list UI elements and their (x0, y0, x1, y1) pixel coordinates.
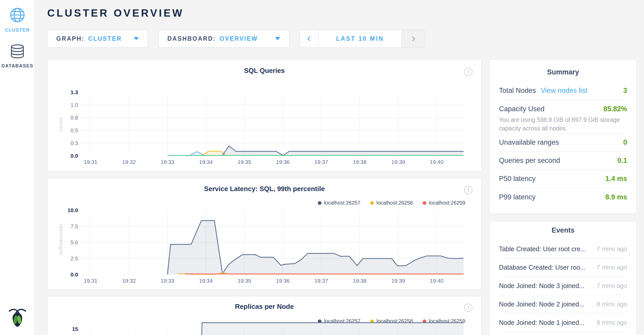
events-title: Events (490, 226, 636, 234)
legend-item[interactable]: localhost:26258 (370, 200, 413, 206)
chevron-down-icon (134, 37, 139, 40)
event-row[interactable]: Node Joined: Node 3 joined... 7 mins ago (499, 277, 627, 295)
summary-title: Summary (490, 68, 636, 76)
info-icon[interactable]: ! (464, 186, 472, 194)
summary-label: P50 latency (499, 175, 536, 183)
summary-value: 0.1 (617, 157, 627, 165)
y-axis-unit: count (58, 113, 64, 136)
legend-dot-icon (370, 201, 374, 205)
event-row[interactable]: Node Joined: Node 1 joined... 8 mins ago (499, 313, 627, 332)
legend-dot-icon (318, 201, 321, 205)
time-range-next-button[interactable] (401, 30, 425, 47)
sidebar: CLUSTER DATABASES (0, 0, 35, 335)
chevron-right-icon (410, 36, 415, 41)
x-tick: 19:38 (348, 278, 371, 284)
event-text: Node Joined: Node 1 joined... (499, 319, 584, 326)
x-tick: 19:39 (387, 159, 410, 165)
y-tick: 0.3 (58, 140, 78, 146)
y-tick: 15 (58, 326, 78, 332)
time-range-prev-button[interactable] (300, 30, 319, 47)
x-tick: 19:34 (194, 159, 218, 165)
summary-row-p99-latency: P99 latency 8.9 ms (499, 188, 627, 206)
sql-queries-chart-card: SQL Queries ! 1.3 1.0 0.8 0.5 0.3 0.0 co… (47, 60, 482, 172)
x-tick: 19:31 (79, 159, 102, 165)
chart-title: SQL Queries (47, 67, 481, 75)
page-title: CLUSTER OVERVIEW (47, 7, 184, 19)
sql-queries-plot[interactable] (81, 92, 465, 156)
event-row[interactable]: Node Joined: Node 2 joined... 8 mins ago (499, 295, 627, 313)
dashboard-dropdown[interactable]: DASHBOARD: OVERVIEW (158, 30, 289, 47)
x-tick: 19:40 (425, 159, 448, 165)
y-tick: 1.0 (58, 102, 78, 108)
summary-value: 1.4 ms (605, 175, 627, 183)
chevron-down-icon (275, 37, 280, 40)
replicas-per-node-chart-card: Replicas per Node ! localhost:26257 loca… (47, 296, 482, 335)
x-tick: 19:36 (271, 159, 294, 165)
summary-label: Queries per second (499, 157, 560, 165)
legend-label: localhost:26258 (376, 200, 413, 206)
info-icon[interactable]: ! (464, 304, 472, 312)
event-text: Node Joined: Node 3 joined... (499, 282, 584, 290)
time-range-selector: LAST 10 MIN (300, 30, 425, 47)
chart-title: Replicas per Node (47, 303, 481, 311)
sidebar-item-label: CLUSTER (0, 27, 35, 33)
cluster-overview-page: CLUSTER DATABASES (0, 0, 644, 335)
event-text: Table Created: User root cre... (499, 245, 586, 253)
chevron-left-icon (307, 36, 312, 41)
event-time: 8 mins ago (592, 301, 627, 308)
x-tick: 19:37 (310, 159, 333, 165)
view-nodes-list-link[interactable]: View nodes list (541, 87, 587, 95)
y-tick: 0.0 (58, 153, 78, 159)
legend-label: localhost:26259 (429, 200, 465, 206)
chart-title: Service Latency: SQL, 99th percentile (47, 185, 481, 193)
events-rows: Table Created: User root cre... 7 mins a… (499, 240, 627, 332)
capacity-description: You are using 598.9 GiB of 697.9 GiB sto… (499, 116, 627, 133)
x-tick: 19:37 (310, 278, 333, 284)
x-tick: 19:34 (194, 278, 218, 284)
x-tick: 19:33 (156, 278, 179, 284)
x-tick: 19:32 (117, 159, 141, 165)
x-tick: 19:35 (233, 278, 256, 284)
legend-item[interactable]: localhost:26257 (318, 200, 360, 206)
summary-value: 85.82% (603, 105, 627, 113)
sidebar-item-label: DATABASES (0, 63, 35, 69)
time-range-label[interactable]: LAST 10 MIN (319, 30, 401, 47)
graph-dropdown[interactable]: GRAPH: CLUSTER (47, 30, 148, 47)
summary-label: Total Nodes (499, 87, 536, 95)
sidebar-item-databases[interactable]: DATABASES (0, 44, 35, 69)
summary-value: 0 (623, 138, 627, 146)
x-tick: 19:36 (271, 278, 294, 284)
y-tick: 1.3 (58, 89, 78, 95)
x-tick: 19:38 (348, 159, 371, 165)
summary-row-unavailable-ranges: Unavailable ranges 0 (499, 134, 627, 152)
dashboard-dropdown-label: DASHBOARD: (167, 35, 216, 42)
event-time: 7 mins ago (592, 245, 627, 253)
event-time: 8 mins ago (592, 319, 627, 326)
sidebar-item-cluster[interactable]: CLUSTER (0, 7, 35, 33)
y-axis-unit: milliseconds (58, 232, 64, 255)
legend-dot-icon (423, 201, 426, 205)
service-latency-chart-card: Service Latency: SQL, 99th percentile ! … (47, 178, 482, 290)
service-latency-plot[interactable] (81, 210, 465, 275)
x-tick: 19:31 (79, 278, 102, 284)
y-tick: 2.5 (58, 255, 78, 262)
legend-label: localhost:26257 (324, 200, 360, 206)
x-tick: 19:40 (425, 278, 448, 284)
event-row[interactable]: Table Created: User root cre... 7 mins a… (499, 240, 627, 258)
y-tick: 10.0 (58, 207, 78, 213)
event-text: Database Created: User roo... (499, 264, 586, 271)
legend-item[interactable]: localhost:26259 (423, 200, 465, 206)
event-time: 7 mins ago (592, 264, 627, 271)
summary-row-queries-per-second: Queries per second 0.1 (499, 152, 627, 170)
x-tick: 19:33 (156, 159, 179, 165)
summary-label: Capacity Used (499, 105, 545, 113)
event-row[interactable]: Database Created: User roo... 7 mins ago (499, 258, 627, 277)
events-panel: Events Table Created: User root cre... 7… (489, 221, 637, 335)
dashboard-dropdown-value: OVERVIEW (220, 35, 258, 42)
info-icon[interactable]: ! (464, 68, 472, 76)
x-tick: 19:39 (387, 278, 410, 284)
replicas-per-node-plot[interactable] (81, 329, 465, 335)
chart-legend: localhost:26257 localhost:26258 localhos… (318, 200, 465, 206)
cockroachdb-logo-icon[interactable] (0, 307, 35, 328)
x-tick: 19:32 (117, 278, 141, 284)
